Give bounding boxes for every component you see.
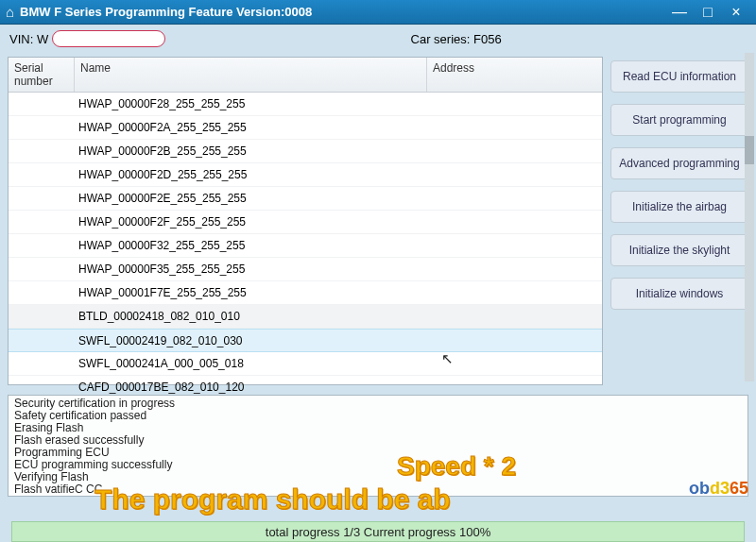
table-header: Serial number Name Address — [9, 58, 602, 93]
title-bar: ⌂ BMW F Series Programming Feature Versi… — [0, 0, 756, 25]
initialize-skylight-button[interactable]: Initialize the skylight — [610, 234, 748, 266]
close-button[interactable]: × — [722, 4, 750, 21]
row-name: BTLD_00002418_082_010_010 — [75, 310, 427, 323]
initialize-airbag-button[interactable]: Initialize the airbag — [610, 191, 748, 223]
side-panel: Read ECU information Start programming A… — [610, 57, 748, 385]
row-name: HWAP_00000F32_255_255_255 — [75, 239, 427, 252]
log-panel[interactable]: Security certification in progressSafety… — [8, 395, 748, 497]
side-scrollbar[interactable] — [745, 53, 754, 381]
table-row[interactable]: HWAP_00000F35_255_255_255 — [9, 258, 602, 281]
col-name[interactable]: Name — [75, 58, 427, 92]
cursor-icon: ↖ — [441, 350, 454, 367]
start-programming-button[interactable]: Start programming — [610, 104, 748, 136]
restore-button[interactable]: □ — [694, 4, 722, 21]
log-line: ECU programming successfully — [14, 459, 742, 471]
table-row[interactable]: SWFL_0000241A_000_005_018 — [9, 352, 602, 376]
table-row[interactable]: HWAP_00000F2B_255_255_255 — [9, 140, 602, 163]
window-title: BMW F Series Programming Feature Version… — [20, 5, 665, 19]
advanced-programming-button[interactable]: Advanced programming — [610, 147, 748, 179]
table-row[interactable]: HWAP_00000F28_255_255_255 — [9, 93, 602, 116]
info-row: VIN: W Car series: F056 — [0, 25, 756, 53]
table-row[interactable]: HWAP_00000F2D_255_255_255 — [9, 163, 602, 187]
row-name: HWAP_00000F2D_255_255_255 — [75, 168, 427, 181]
car-series-label: Car series: F056 — [165, 32, 747, 46]
progress-text: total progress 1/3 Current progress 100% — [266, 525, 490, 539]
overlay-message: The program should be ab — [94, 483, 451, 516]
side-scrollbar-thumb[interactable] — [745, 136, 754, 164]
row-name: SWFL_00002419_082_010_030 — [75, 334, 427, 347]
vin-redacted — [52, 30, 165, 47]
overlay-speed: Speed * 2 — [397, 451, 516, 482]
col-address[interactable]: Address — [427, 58, 602, 92]
table-body[interactable]: HWAP_00000F28_255_255_255HWAP_00000F2A_2… — [9, 93, 602, 398]
table-row[interactable]: BTLD_00002418_082_010_010 — [9, 305, 602, 329]
read-ecu-button[interactable]: Read ECU information — [610, 60, 748, 93]
table-row[interactable]: HWAP_00000F2E_255_255_255 — [9, 187, 602, 211]
row-name: CAFD_000017BE_082_010_120 — [75, 381, 427, 394]
watermark: obd365 — [689, 479, 748, 499]
table-row[interactable]: HWAP_00001F7E_255_255_255 — [9, 281, 602, 305]
row-name: HWAP_00001F7E_255_255_255 — [75, 286, 427, 299]
table-row[interactable]: SWFL_00002419_082_010_030 — [9, 329, 602, 352]
vin-label: VIN: W — [9, 32, 48, 46]
col-serial[interactable]: Serial number — [9, 58, 75, 92]
minimize-button[interactable]: — — [665, 4, 694, 21]
initialize-windows-button[interactable]: Initialize windows — [610, 278, 748, 310]
row-name: SWFL_0000241A_000_005_018 — [75, 357, 427, 370]
log-line: Verifying Flash — [14, 471, 742, 483]
ecu-table: Serial number Name Address HWAP_00000F28… — [8, 57, 603, 385]
progress-footer: total progress 1/3 Current progress 100% — [11, 521, 745, 542]
row-name: HWAP_00000F2B_255_255_255 — [75, 144, 427, 158]
table-row[interactable]: HWAP_00000F2F_255_255_255 — [9, 211, 602, 234]
row-name: HWAP_00000F2F_255_255_255 — [75, 215, 427, 229]
table-row[interactable]: HWAP_00000F32_255_255_255 — [9, 234, 602, 258]
log-line: Flash erased successfully — [14, 434, 742, 447]
row-name: HWAP_00000F2A_255_255_255 — [75, 121, 427, 134]
row-name: HWAP_00000F2E_255_255_255 — [75, 192, 427, 205]
row-name: HWAP_00000F28_255_255_255 — [75, 97, 427, 110]
home-icon[interactable]: ⌂ — [6, 4, 14, 20]
table-row[interactable]: HWAP_00000F2A_255_255_255 — [9, 116, 602, 140]
log-line: Safety certification passed — [14, 410, 742, 422]
row-name: HWAP_00000F35_255_255_255 — [75, 263, 427, 276]
